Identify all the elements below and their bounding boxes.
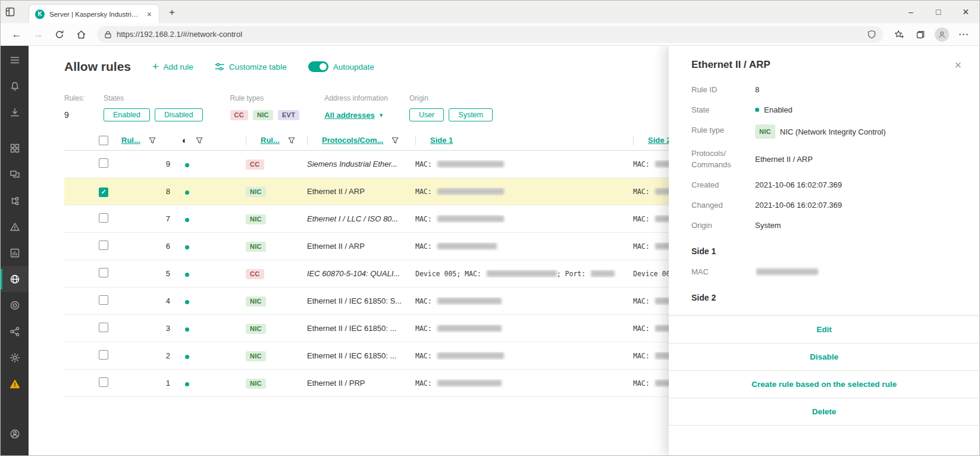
panel-action-delete[interactable]: Delete [669, 398, 979, 426]
protocol-cell: Ethernet II / ARP [307, 187, 415, 196]
sort-rule-id[interactable]: Rul... [121, 136, 140, 145]
panel-close-icon[interactable]: × [954, 59, 962, 71]
forward-button[interactable]: → [28, 26, 48, 43]
rule-id-cell: 1 [121, 379, 175, 388]
panel-action-edit[interactable]: Edit [669, 316, 979, 343]
customize-table-button[interactable]: Customize table [215, 63, 287, 71]
browser-window: K Server | Kaspersky Industrial Cyb × + … [0, 0, 980, 456]
filter-funnel-icon[interactable] [196, 137, 203, 144]
state-column-icon[interactable]: ◐ [182, 135, 187, 145]
sort-rule-type[interactable]: Rul... [261, 136, 280, 145]
header-divider [415, 136, 416, 145]
add-rule-button[interactable]: + Add rule [152, 61, 193, 72]
rule-type-filter-evt[interactable]: EVT [278, 110, 299, 120]
back-button[interactable]: ← [7, 26, 27, 43]
tab-close-icon[interactable]: × [146, 10, 153, 19]
bar-chart-icon [10, 248, 20, 258]
sidebar-reports-button[interactable] [1, 240, 29, 266]
star-add-icon [894, 30, 904, 39]
favorites-button[interactable] [889, 26, 909, 43]
origin-filter-user[interactable]: User [409, 108, 444, 121]
redacted-text [437, 325, 502, 332]
filter-funnel-icon[interactable] [392, 137, 399, 144]
close-window-button[interactable]: × [952, 1, 979, 23]
states-label: States [104, 94, 203, 102]
sort-side1[interactable]: Side 1 [430, 136, 453, 145]
sidebar-network-control-button[interactable] [1, 266, 29, 292]
new-tab-button[interactable]: + [164, 4, 180, 21]
sliders-icon [215, 63, 224, 71]
rule-type-badge: NIC [246, 351, 266, 361]
origin-filter-system[interactable]: System [449, 108, 493, 121]
sidebar-network-map-button[interactable] [1, 161, 29, 188]
sidebar-account-button[interactable] [1, 421, 29, 447]
sidebar-notifications-button[interactable] [1, 73, 29, 99]
rule-type-filter-cc[interactable]: CC [230, 110, 249, 120]
panel-actions: EditDisableCreate rule based on the sele… [669, 316, 979, 426]
user-account-icon [10, 429, 20, 439]
states-filter-group: States EnabledDisabled [104, 94, 203, 122]
panel-field: Changed2021-10-06 16:02:07.369 [691, 199, 957, 211]
plus-icon: + [152, 61, 159, 72]
autoupdate-control[interactable]: Autoupdate [308, 61, 374, 72]
sidebar-assets-button[interactable] [1, 188, 29, 214]
sidebar-settings-button[interactable] [1, 345, 29, 371]
panel-field: StateEnabled [691, 104, 957, 115]
browser-tab[interactable]: K Server | Kaspersky Industrial Cyb × [29, 5, 159, 23]
cell-text: MAC: [633, 324, 654, 333]
rule-state-cell [175, 296, 246, 307]
row-checkbox[interactable] [99, 213, 108, 223]
minimize-button[interactable]: – [897, 1, 925, 23]
sidebar-audit-button[interactable] [1, 292, 29, 318]
all-addresses-link[interactable]: All addresses [324, 111, 375, 120]
row-checkbox[interactable] [99, 350, 108, 360]
redacted-text [487, 270, 557, 277]
state-filter-disabled[interactable]: Disabled [155, 108, 203, 121]
side1-cell: MAC: [415, 324, 633, 333]
filter-funnel-icon[interactable] [149, 137, 156, 144]
rule-state-cell [175, 214, 246, 224]
sidebar-dashboard-button[interactable] [1, 135, 29, 161]
filter-funnel-icon[interactable] [288, 137, 295, 144]
row-checkbox[interactable] [99, 295, 108, 305]
maximize-button[interactable]: □ [925, 1, 952, 23]
sidebar-downloads-button[interactable] [1, 99, 29, 126]
asset-tree-icon [10, 195, 20, 206]
sidebar-events-button[interactable] [1, 214, 29, 240]
address-bar[interactable]: https://192.168.2.1/#/network-control [97, 26, 883, 43]
panel-field: Protocols/ CommandsEthernet II / ARP [691, 148, 957, 170]
sidebar-integrations-button[interactable] [1, 318, 29, 345]
rule-type-filter-badges: CCNICEVT [230, 108, 300, 122]
home-button[interactable] [71, 26, 91, 43]
tracking-prevention-icon[interactable] [868, 30, 876, 39]
url-text[interactable]: https://192.168.2.1/#/network-control [117, 30, 863, 39]
sort-protocols[interactable]: Protocols/Com... [322, 136, 383, 145]
autoupdate-toggle[interactable] [308, 61, 328, 72]
warning-triangle-icon [10, 221, 20, 232]
state-filter-enabled[interactable]: Enabled [104, 108, 150, 121]
settings-more-button[interactable]: ⋯ [953, 26, 973, 43]
enabled-dot-icon [185, 382, 189, 386]
redacted-text [437, 298, 502, 304]
row-checkbox[interactable] [99, 323, 108, 332]
panel-action-create-rule-based[interactable]: Create rule based on the selected rule [669, 371, 979, 398]
row-checkbox[interactable] [99, 241, 108, 250]
sidebar-menu-button[interactable] [1, 47, 29, 73]
tab-overview-button[interactable] [1, 1, 20, 23]
enabled-dot-icon [185, 218, 189, 222]
rule-type-filter-nic[interactable]: NIC [253, 110, 273, 120]
row-checkbox[interactable] [99, 158, 108, 168]
select-all-checkbox[interactable] [99, 136, 108, 145]
row-checkbox[interactable] [99, 188, 108, 197]
panel-action-disable[interactable]: Disable [669, 343, 979, 371]
profile-button[interactable] [932, 26, 952, 43]
collections-button[interactable] [910, 26, 931, 43]
sort-side2[interactable]: Side 2 [648, 136, 671, 145]
sidebar-license-warning-button[interactable] [1, 371, 29, 397]
rule-state-cell [175, 268, 246, 279]
side1-cell: MAC: [415, 215, 633, 223]
field-label: Created [691, 179, 755, 190]
row-checkbox[interactable] [99, 377, 108, 387]
row-checkbox[interactable] [99, 268, 108, 277]
refresh-button[interactable] [49, 26, 70, 43]
